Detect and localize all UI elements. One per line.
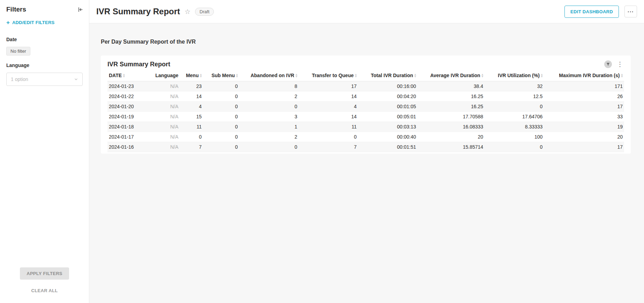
- sort-icon[interactable]: ▴▾: [541, 73, 543, 77]
- language-filter-select[interactable]: 1 option: [6, 73, 83, 86]
- cell-sub_menu[interactable]: 0: [203, 102, 239, 112]
- cell-average_ivr_duration[interactable]: 17.70588: [418, 112, 485, 122]
- cell-average_ivr_duration[interactable]: 16.25: [418, 102, 485, 112]
- cell-ivr_utilization_pct[interactable]: 32: [485, 81, 544, 91]
- sort-icon[interactable]: ▴▾: [621, 73, 623, 77]
- cell-menu[interactable]: 14: [180, 91, 203, 102]
- cell-maximum_ivr_duration_s[interactable]: 20: [544, 132, 624, 142]
- cell-average_ivr_duration[interactable]: 38.4: [418, 81, 485, 91]
- cell-date[interactable]: 2024-01-20: [107, 102, 154, 112]
- cell-menu[interactable]: 11: [180, 122, 203, 132]
- cell-abandoned_on_ivr[interactable]: 1: [239, 122, 299, 132]
- cell-date[interactable]: 2024-01-16: [107, 142, 154, 152]
- cell-maximum_ivr_duration_s[interactable]: 171: [544, 81, 624, 91]
- cell-abandoned_on_ivr[interactable]: 2: [239, 132, 299, 142]
- cell-abandoned_on_ivr[interactable]: 0: [239, 102, 299, 112]
- cell-transfer_to_queue[interactable]: 4: [299, 102, 358, 112]
- cell-language[interactable]: N/A: [154, 142, 180, 152]
- cell-menu[interactable]: 0: [180, 132, 203, 142]
- sort-icon[interactable]: ▴▾: [200, 73, 202, 77]
- column-header-abandoned_on_ivr[interactable]: Abandoned on IVR▴▾: [239, 71, 299, 81]
- cell-total_ivr_duration[interactable]: 00:05:01: [358, 112, 417, 122]
- cell-ivr_utilization_pct[interactable]: 8.33333: [485, 122, 544, 132]
- cell-abandoned_on_ivr[interactable]: 0: [239, 142, 299, 152]
- cell-language[interactable]: N/A: [154, 122, 180, 132]
- cell-language[interactable]: N/A: [154, 112, 180, 122]
- cell-total_ivr_duration[interactable]: 00:16:00: [358, 81, 417, 91]
- cell-menu[interactable]: 23: [180, 81, 203, 91]
- cell-date[interactable]: 2024-01-23: [107, 81, 154, 91]
- cell-date[interactable]: 2024-01-19: [107, 112, 154, 122]
- collapse-filters-icon[interactable]: [77, 7, 83, 13]
- chart-options-icon[interactable]: ⋮: [616, 61, 624, 67]
- cell-average_ivr_duration[interactable]: 20: [418, 132, 485, 142]
- column-header-date[interactable]: DATE▴▾: [107, 71, 154, 81]
- favorite-star-icon[interactable]: ☆: [185, 8, 190, 15]
- sort-icon[interactable]: ▴▾: [123, 73, 125, 77]
- column-header-total_ivr_duration[interactable]: Total IVR Duration▴▾: [358, 71, 417, 81]
- cell-date[interactable]: 2024-01-17: [107, 132, 154, 142]
- table-row[interactable]: 2024-01-18N/A11011100:03:1316.083338.333…: [107, 122, 624, 132]
- cell-maximum_ivr_duration_s[interactable]: 17: [544, 102, 624, 112]
- cell-average_ivr_duration[interactable]: 15.85714: [418, 142, 485, 152]
- cell-ivr_utilization_pct[interactable]: 100: [485, 132, 544, 142]
- cell-maximum_ivr_duration_s[interactable]: 26: [544, 91, 624, 102]
- table-row[interactable]: 2024-01-20N/A400400:01:0516.25017: [107, 102, 624, 112]
- column-header-language[interactable]: Language▴▾: [154, 71, 180, 81]
- cell-transfer_to_queue[interactable]: 11: [299, 122, 358, 132]
- cell-total_ivr_duration[interactable]: 00:01:05: [358, 102, 417, 112]
- cell-date[interactable]: 2024-01-18: [107, 122, 154, 132]
- cell-date[interactable]: 2024-01-22: [107, 91, 154, 102]
- cell-sub_menu[interactable]: 0: [203, 91, 239, 102]
- cell-language[interactable]: N/A: [154, 81, 180, 91]
- cell-maximum_ivr_duration_s[interactable]: 17: [544, 142, 624, 152]
- cell-total_ivr_duration[interactable]: 00:00:40: [358, 132, 417, 142]
- column-header-maximum_ivr_duration_s[interactable]: Maximum IVR Duration (s)▴▾: [544, 71, 624, 81]
- sort-icon[interactable]: ▴▾: [414, 73, 416, 77]
- cell-ivr_utilization_pct[interactable]: 0: [485, 102, 544, 112]
- cell-sub_menu[interactable]: 0: [203, 142, 239, 152]
- date-filter-chip[interactable]: No filter: [6, 47, 30, 56]
- cell-menu[interactable]: 7: [180, 142, 203, 152]
- column-header-menu[interactable]: Menu▴▾: [180, 71, 203, 81]
- cell-transfer_to_queue[interactable]: 0: [299, 132, 358, 142]
- column-header-ivr_utilization_pct[interactable]: IVR Utilization (%)▴▾: [485, 71, 544, 81]
- cell-ivr_utilization_pct[interactable]: 0: [485, 142, 544, 152]
- cell-sub_menu[interactable]: 0: [203, 112, 239, 122]
- cell-sub_menu[interactable]: 0: [203, 122, 239, 132]
- column-header-average_ivr_duration[interactable]: Average IVR Duration▴▾: [418, 71, 485, 81]
- cell-sub_menu[interactable]: 0: [203, 81, 239, 91]
- cell-average_ivr_duration[interactable]: 16.25: [418, 91, 485, 102]
- cell-total_ivr_duration[interactable]: 00:04:20: [358, 91, 417, 102]
- edit-dashboard-button[interactable]: EDIT DASHBOARD: [564, 6, 619, 18]
- cell-transfer_to_queue[interactable]: 14: [299, 112, 358, 122]
- table-row[interactable]: 2024-01-22N/A14021400:04:2016.2512.526: [107, 91, 624, 102]
- cell-total_ivr_duration[interactable]: 00:03:13: [358, 122, 417, 132]
- cell-language[interactable]: N/A: [154, 102, 180, 112]
- clear-all-button[interactable]: CLEAR ALL: [31, 288, 58, 293]
- cell-sub_menu[interactable]: 0: [203, 132, 239, 142]
- column-header-transfer_to_queue[interactable]: Transfer to Queue▴▾: [299, 71, 358, 81]
- table-row[interactable]: 2024-01-23N/A23081700:16:0038.432171: [107, 81, 624, 91]
- add-edit-filters-button[interactable]: + ADD/EDIT FILTERS: [0, 16, 89, 31]
- cell-average_ivr_duration[interactable]: 16.08333: [418, 122, 485, 132]
- column-header-sub_menu[interactable]: Sub Menu▴▾: [203, 71, 239, 81]
- cell-language[interactable]: N/A: [154, 91, 180, 102]
- cell-maximum_ivr_duration_s[interactable]: 19: [544, 122, 624, 132]
- draft-status-badge[interactable]: Draft: [195, 8, 214, 16]
- cell-maximum_ivr_duration_s[interactable]: 33: [544, 112, 624, 122]
- more-options-button[interactable]: ···: [624, 6, 637, 17]
- cell-ivr_utilization_pct[interactable]: 17.64706: [485, 112, 544, 122]
- cell-menu[interactable]: 4: [180, 102, 203, 112]
- cell-language[interactable]: N/A: [154, 132, 180, 142]
- cell-transfer_to_queue[interactable]: 17: [299, 81, 358, 91]
- sort-icon[interactable]: ▴▾: [236, 73, 238, 77]
- apply-filters-button[interactable]: APPLY FILTERS: [20, 267, 69, 280]
- applied-filters-icon[interactable]: [604, 60, 612, 68]
- cell-menu[interactable]: 15: [180, 112, 203, 122]
- table-row[interactable]: 2024-01-17N/A002000:00:402010020: [107, 132, 624, 142]
- cell-transfer_to_queue[interactable]: 7: [299, 142, 358, 152]
- cell-abandoned_on_ivr[interactable]: 2: [239, 91, 299, 102]
- cell-ivr_utilization_pct[interactable]: 12.5: [485, 91, 544, 102]
- table-row[interactable]: 2024-01-16N/A700700:01:5115.85714017: [107, 142, 624, 152]
